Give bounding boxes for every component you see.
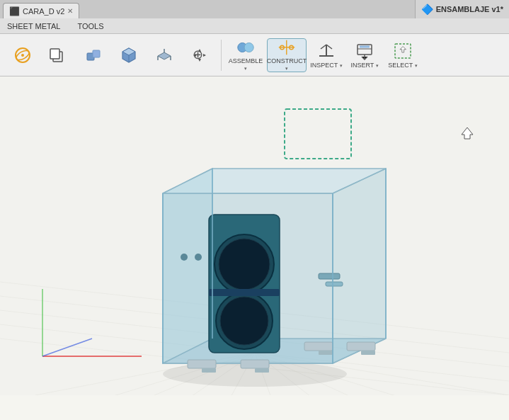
svg-rect-62 — [347, 342, 375, 351]
object-icon — [119, 45, 139, 65]
insert-group: INSERT ▾ — [346, 38, 383, 72]
svg-line-16 — [321, 45, 326, 49]
assembly-text: ENSAMBLAJE v1* — [436, 5, 503, 13]
shape-icon — [84, 45, 103, 65]
svg-rect-6 — [93, 50, 100, 57]
svg-point-52 — [181, 254, 188, 261]
tab-icon: ⬛ — [9, 6, 20, 16]
svg-rect-11 — [286, 40, 287, 55]
move-button[interactable]: ⊕ — [183, 38, 217, 72]
tab-label: CARA_D v2 — [23, 7, 64, 16]
right-tab-area: 🔷 ENSAMBLAJE v1* — [415, 0, 509, 18]
assemble-group: ASSEMBLE ▾ — [226, 38, 265, 72]
assembly-icon: 🔷 — [421, 4, 433, 15]
inspect-button[interactable]: INSPECT ▾ — [308, 38, 345, 72]
tab-cara-d[interactable]: ⬛ CARA_D v2 ✕ — [3, 3, 79, 18]
svg-marker-42 — [163, 169, 212, 363]
svg-point-50 — [220, 297, 268, 345]
construct-group: CONSTRUCT ▾ — [267, 38, 307, 72]
svg-rect-58 — [241, 360, 269, 368]
assemble-button[interactable]: ASSEMBLE ▾ — [226, 38, 265, 72]
svg-rect-60 — [304, 342, 333, 351]
svg-point-9 — [244, 42, 253, 52]
assemble-label: ASSEMBLE ▾ — [227, 58, 265, 72]
svg-marker-43 — [333, 169, 386, 363]
insert-label: INSERT ▾ — [350, 62, 378, 69]
viewport[interactable] — [0, 76, 509, 420]
svg-rect-55 — [326, 282, 343, 286]
left-tabs: ⬛ CARA_D v2 ✕ — [0, 0, 415, 18]
svg-line-17 — [326, 45, 332, 49]
svg-rect-56 — [188, 360, 216, 368]
galaxy-icon — [13, 45, 33, 65]
move-icon: ⊕ — [190, 45, 210, 65]
menu-sheet-metal[interactable]: SHEET METAL — [4, 21, 63, 32]
copy-icon — [48, 45, 68, 65]
svg-rect-19 — [360, 45, 370, 47]
menu-tools[interactable]: TOOLS — [74, 21, 106, 32]
inspect-icon — [316, 41, 336, 61]
svg-rect-63 — [361, 351, 375, 355]
tab-close-btn[interactable]: ✕ — [67, 7, 73, 15]
svg-rect-61 — [319, 351, 333, 355]
inspect-group: INSPECT ▾ — [308, 38, 345, 72]
svg-rect-57 — [202, 368, 216, 373]
insert-icon — [355, 41, 374, 61]
assemble-icon — [236, 38, 256, 57]
insert-button[interactable]: INSERT ▾ — [346, 38, 383, 72]
select-button[interactable]: SELECT ▾ — [384, 38, 421, 72]
tab-bar-area: ⬛ CARA_D v2 ✕ 🔷 ENSAMBLAJE v1* — [0, 0, 509, 18]
construct-icon — [277, 38, 297, 57]
object-button[interactable] — [112, 38, 146, 72]
unfold-icon — [154, 45, 174, 65]
select-group: SELECT ▾ — [384, 38, 421, 72]
svg-text:⊕: ⊕ — [193, 47, 203, 62]
unfold-button[interactable] — [147, 38, 181, 72]
svg-rect-4 — [50, 49, 59, 59]
construct-button[interactable]: CONSTRUCT ▾ — [267, 38, 307, 72]
svg-rect-59 — [255, 368, 269, 373]
svg-rect-51 — [209, 289, 280, 296]
shape-button[interactable] — [76, 38, 110, 72]
construct-label: CONSTRUCT ▾ — [267, 58, 307, 72]
copy-button[interactable] — [41, 38, 75, 72]
svg-point-48 — [219, 239, 270, 290]
svg-rect-54 — [319, 273, 340, 279]
select-icon — [393, 41, 413, 61]
assembly-label[interactable]: 🔷 ENSAMBLAJE v1* — [421, 4, 503, 15]
svg-point-53 — [195, 254, 202, 261]
menu-bar: SHEET METAL TOOLS — [0, 18, 509, 34]
toolbar: ⊕ ASSEMBLE ▾ — [0, 34, 509, 76]
grid-canvas — [0, 76, 509, 395]
select-label: SELECT ▾ — [388, 62, 417, 69]
svg-point-2 — [21, 54, 24, 57]
inspect-label: INSPECT ▾ — [310, 62, 342, 69]
separator-1 — [221, 40, 222, 71]
galaxy-button[interactable] — [6, 38, 40, 72]
